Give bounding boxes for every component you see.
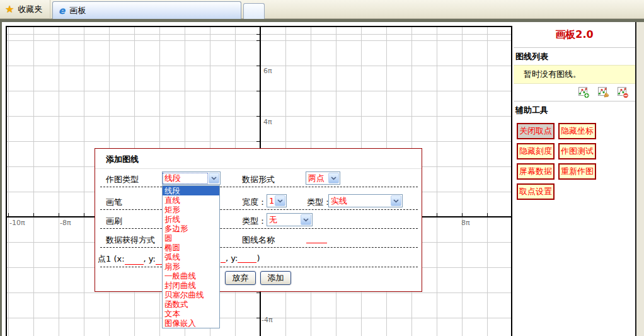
dropdown-item[interactable]: 图像嵌入 bbox=[163, 318, 219, 328]
cancel-button[interactable]: 放弃 bbox=[225, 271, 256, 285]
width-label: 宽度： bbox=[242, 197, 267, 208]
new-tab-stub[interactable] bbox=[243, 3, 265, 19]
data-form-label: 数据形式 bbox=[242, 174, 275, 185]
tool-button[interactable]: 隐藏坐标 bbox=[558, 123, 596, 139]
app-window: ★ 收藏夹 e 画板 6π4π-10π-8π8π-4π 画板2.0 图线列表 暂… bbox=[0, 0, 644, 336]
dropdown-item[interactable]: 文本 bbox=[163, 309, 219, 318]
ie-logo-icon: e bbox=[59, 5, 65, 16]
data-method-label: 数据获得方式 bbox=[106, 235, 155, 246]
tab-huaban[interactable]: e 画板 bbox=[52, 1, 241, 19]
dropdown-item[interactable]: 扇形 bbox=[163, 262, 219, 271]
chevron-down-icon bbox=[328, 173, 339, 183]
draw-type-label: 作图类型 bbox=[106, 174, 139, 185]
chevron-down-icon bbox=[301, 214, 311, 225]
separator bbox=[100, 267, 418, 267]
dropdown-item[interactable]: 矩形 bbox=[163, 205, 219, 214]
line-list-toolbar bbox=[514, 84, 635, 101]
tool-button[interactable]: 作图测试 bbox=[558, 143, 596, 159]
axis-label: -8π bbox=[60, 219, 71, 227]
dropdown-item[interactable]: 贝塞尔曲线 bbox=[163, 290, 219, 299]
point2-inputs: , y:) bbox=[221, 253, 260, 263]
add-line-dialog: 添加图线 作图类型 线段 数据形式 两点 画笔 宽度： 1 类型： 实线 画刷 … bbox=[95, 148, 422, 292]
tool-button[interactable]: 重新作图 bbox=[558, 163, 596, 180]
width-select[interactable]: 1 bbox=[267, 194, 287, 207]
chevron-down-icon bbox=[391, 195, 401, 206]
draw-type-select[interactable]: 线段 bbox=[162, 171, 221, 185]
brush-type-label: 类型： bbox=[242, 216, 267, 227]
dropdown-item[interactable]: 折线 bbox=[163, 214, 219, 224]
data-form-select[interactable]: 两点 bbox=[306, 171, 340, 185]
favorites-star-icon: ★ bbox=[5, 4, 14, 14]
point2-y-input[interactable] bbox=[238, 255, 256, 263]
tool-button[interactable]: 屏幕数据 bbox=[517, 163, 555, 180]
window-gutter bbox=[636, 22, 644, 336]
dropdown-item[interactable]: 函数式 bbox=[163, 299, 219, 309]
favorites-button[interactable]: ★ 收藏夹 bbox=[0, 0, 50, 19]
chevron-down-icon bbox=[275, 195, 285, 206]
line-name-label: 图线名称 bbox=[242, 235, 275, 246]
dropdown-item[interactable]: 圆 bbox=[163, 233, 219, 243]
sidebar: 画板2.0 图线列表 暂时没有图线。 bbox=[514, 22, 635, 336]
tool-buttons: 关闭取点隐藏坐标隐藏刻度作图测试屏幕数据重新作图取点设置 bbox=[514, 119, 635, 202]
frame-border-left bbox=[0, 22, 2, 336]
tool-button[interactable]: 隐藏刻度 bbox=[517, 143, 555, 159]
tool-button[interactable]: 关闭取点 bbox=[517, 123, 555, 139]
tab-title: 画板 bbox=[69, 5, 86, 16]
point1-x-input[interactable] bbox=[125, 257, 144, 265]
dropdown-item[interactable]: 直线 bbox=[163, 195, 219, 205]
add-button[interactable]: 添加 bbox=[260, 271, 291, 285]
axis-label: 6π bbox=[263, 67, 272, 75]
dialog-title: 添加图线 bbox=[106, 154, 139, 165]
pen-type-select[interactable]: 实线 bbox=[328, 194, 403, 207]
separator bbox=[100, 187, 418, 187]
app-title: 画板2.0 bbox=[514, 22, 635, 47]
axis-label: 4π bbox=[263, 118, 272, 126]
line-name-input[interactable] bbox=[306, 235, 327, 243]
brush-type-select[interactable]: 无 bbox=[267, 213, 313, 226]
separator bbox=[100, 209, 418, 210]
dropdown-item[interactable]: 多边形 bbox=[163, 224, 219, 233]
separator bbox=[100, 228, 418, 229]
dropdown-item[interactable]: 封闭曲线 bbox=[163, 281, 219, 290]
axis-label: -10π bbox=[9, 219, 25, 227]
dropdown-item[interactable]: 线段 bbox=[163, 186, 219, 195]
chevron-down-icon bbox=[209, 173, 219, 183]
brush-label: 画刷 bbox=[106, 216, 122, 227]
favorites-label: 收藏夹 bbox=[18, 4, 42, 15]
draw-type-dropdown-list: 线段直线矩形折线多边形圆椭圆弧线扇形一般曲线封闭曲线贝塞尔曲线函数式文本图像嵌入 bbox=[162, 185, 220, 328]
axis-label: -4π bbox=[262, 316, 273, 324]
dropdown-item[interactable]: 椭圆 bbox=[163, 243, 219, 252]
dropdown-item[interactable]: 一般曲线 bbox=[163, 271, 219, 281]
tools-header: 辅助工具 bbox=[514, 101, 635, 119]
browser-tab-bar: ★ 收藏夹 e 画板 bbox=[0, 0, 644, 19]
separator bbox=[100, 247, 418, 248]
tool-button[interactable]: 取点设置 bbox=[517, 183, 555, 200]
add-line-icon[interactable] bbox=[578, 87, 590, 98]
line-list-empty-message: 暂时没有图线。 bbox=[514, 65, 635, 84]
dropdown-item[interactable]: 弧线 bbox=[163, 252, 219, 262]
axis-label: 8π bbox=[461, 219, 470, 227]
edit-line-icon[interactable] bbox=[598, 87, 609, 98]
line-list-header: 图线列表 bbox=[514, 48, 635, 65]
delete-line-icon[interactable] bbox=[618, 87, 629, 98]
separator bbox=[95, 168, 422, 169]
pen-label: 画笔 bbox=[106, 197, 122, 208]
